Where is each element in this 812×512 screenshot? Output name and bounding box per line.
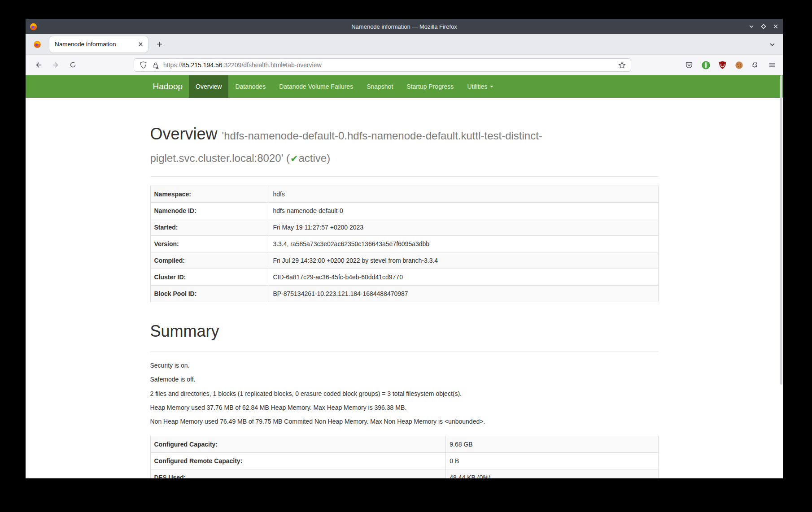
tab-snapshot[interactable]: Snapshot xyxy=(360,75,400,98)
row-value: 0 B xyxy=(446,452,658,469)
tab-close-icon[interactable] xyxy=(136,40,144,48)
row-value: CID-6a817c29-ac36-45fc-b4eb-60dd41cd9770 xyxy=(269,269,658,286)
table-row: Started: Fri May 19 11:27:57 +0200 2023 xyxy=(150,219,658,236)
url-scheme: https:// xyxy=(163,61,182,69)
table-row: Namespace: hdfs xyxy=(150,186,658,203)
tab-datanode-volume-failures[interactable]: Datanode Volume Failures xyxy=(272,75,360,98)
page-viewport: Hadoop Overview Datanodes Datanode Volum… xyxy=(26,75,783,478)
row-label: Namespace: xyxy=(150,186,269,203)
heap-memory-text: Heap Memory used 37.76 MB of 62.84 MB He… xyxy=(150,403,659,412)
pocket-icon[interactable] xyxy=(684,60,694,70)
row-value: 9.68 GB xyxy=(446,436,658,452)
row-label: Version: xyxy=(150,236,269,252)
security-status-text: Security is on. xyxy=(150,361,659,370)
navigation-toolbar: https://85.215.194.56:32209/dfshealth.ht… xyxy=(26,55,783,75)
browser-window: Namenode information — Mozilla Firefox xyxy=(26,19,783,478)
table-row: Configured Capacity: 9.68 GB xyxy=(150,436,658,452)
row-value: 48.44 KB (0%) xyxy=(446,469,658,478)
shield-extension-icon[interactable] xyxy=(700,60,711,70)
minimize-icon[interactable] xyxy=(748,24,754,30)
table-row: Version: 3.3.4, ra585a73c3e02ac62350c136… xyxy=(150,236,658,252)
menu-hamburger-icon[interactable] xyxy=(767,60,777,70)
tab-utilities-dropdown[interactable]: Utilities xyxy=(460,75,500,98)
desktop-background: Namenode information — Mozilla Firefox xyxy=(0,0,812,512)
row-label: Configured Remote Capacity: xyxy=(150,452,446,469)
tab-datanodes[interactable]: Datanodes xyxy=(228,75,272,98)
cookie-icon[interactable] xyxy=(733,60,744,70)
row-label: Cluster ID: xyxy=(150,269,269,286)
row-label: Block Pool ID: xyxy=(150,286,269,302)
row-label: Configured Capacity: xyxy=(150,436,446,452)
bookmark-star-icon[interactable] xyxy=(617,61,626,69)
tab-overview[interactable]: Overview xyxy=(189,75,228,98)
firefox-logo-icon xyxy=(30,23,37,30)
row-value: hdfs-namenode-default-0 xyxy=(269,203,658,219)
row-label: Namenode ID: xyxy=(150,203,269,219)
row-value: Fri Jul 29 14:32:00 +0200 2022 by stevel… xyxy=(269,252,658,269)
row-label: DFS Used: xyxy=(150,469,446,478)
table-row: Configured Remote Capacity: 0 B xyxy=(150,452,658,469)
forward-icon[interactable] xyxy=(49,58,62,72)
table-row: Cluster ID: CID-6a817c29-ac36-45fc-b4eb-… xyxy=(150,269,658,286)
row-value: 3.3.4, ra585a73c3e02ac62350c136643a5e7f6… xyxy=(269,236,658,252)
window-controls xyxy=(748,19,778,34)
table-row: Compiled: Fri Jul 29 14:32:00 +0200 2022… xyxy=(150,252,658,269)
row-value: hdfs xyxy=(269,186,658,203)
reload-icon[interactable] xyxy=(66,58,79,72)
close-window-icon[interactable] xyxy=(773,24,778,30)
row-label: Compiled: xyxy=(150,252,269,269)
overview-heading: Overview 'hdfs-namenode-default-0.hdfs-n… xyxy=(150,123,659,167)
page-content: Overview 'hdfs-namenode-default-0.hdfs-n… xyxy=(150,123,659,478)
toolbar-right-icons xyxy=(684,58,777,72)
check-icon: ✔ xyxy=(290,153,299,164)
lock-warning-icon[interactable] xyxy=(152,61,159,69)
url-domain: 85.215.194.56 xyxy=(182,61,223,69)
divider xyxy=(150,176,659,177)
url-text: https://85.215.194.56:32209/dfshealth.ht… xyxy=(163,61,617,69)
back-icon[interactable] xyxy=(32,58,45,72)
row-value: BP-875134261-10.223.121.184-168448847098… xyxy=(269,286,658,302)
tab-strip: Namenode information xyxy=(26,34,783,55)
ublock-origin-icon[interactable] xyxy=(717,60,728,70)
divider xyxy=(150,351,659,352)
overview-title: Overview xyxy=(150,125,218,143)
table-row: Namenode ID: hdfs-namenode-default-0 xyxy=(150,203,658,219)
namenode-status: active) xyxy=(299,152,331,164)
hadoop-navbar: Hadoop Overview Datanodes Datanode Volum… xyxy=(26,75,783,98)
caret-down-icon xyxy=(490,86,493,87)
hadoop-navbar-inner: Hadoop Overview Datanodes Datanode Volum… xyxy=(150,75,659,98)
row-value: Fri May 19 11:27:57 +0200 2023 xyxy=(269,219,658,236)
tracking-shield-icon[interactable] xyxy=(140,61,147,69)
safemode-status-text: Safemode is off. xyxy=(150,375,659,384)
title-bar: Namenode information — Mozilla Firefox xyxy=(26,19,783,34)
extensions-puzzle-icon[interactable] xyxy=(750,60,761,70)
new-tab-icon[interactable] xyxy=(153,39,165,50)
capacity-table: Configured Capacity: 9.68 GB Configured … xyxy=(150,436,659,478)
url-path: :32209/dfshealth.html#tab-overview xyxy=(223,61,322,69)
utilities-label: Utilities xyxy=(467,75,487,98)
maximize-icon[interactable] xyxy=(760,24,766,30)
summary-paragraphs: Security is on. Safemode is off. 2 files… xyxy=(150,361,659,426)
filesystem-objects-text: 2 files and directories, 1 blocks (1 rep… xyxy=(150,389,659,398)
table-row: Block Pool ID: BP-875134261-10.223.121.1… xyxy=(150,286,658,302)
row-label: Started: xyxy=(150,219,269,236)
firefox-view-icon[interactable] xyxy=(33,40,42,49)
hadoop-brand-link[interactable]: Hadoop xyxy=(150,75,189,98)
non-heap-memory-text: Non Heap Memory used 76.49 MB of 79.75 M… xyxy=(150,417,659,426)
summary-heading: Summary xyxy=(150,320,659,343)
list-all-tabs-chevron-icon[interactable] xyxy=(768,40,777,49)
url-bar[interactable]: https://85.215.194.56:32209/dfshealth.ht… xyxy=(134,58,631,72)
namenode-info-table: Namespace: hdfs Namenode ID: hdfs-nameno… xyxy=(150,186,659,302)
table-row: DFS Used: 48.44 KB (0%) xyxy=(150,469,658,478)
tab-startup-progress[interactable]: Startup Progress xyxy=(400,75,460,98)
browser-tab[interactable]: Namenode information xyxy=(49,36,148,52)
tab-title: Namenode information xyxy=(55,41,127,48)
vertical-scrollbar[interactable] xyxy=(780,75,782,385)
window-title: Namenode information — Mozilla Firefox xyxy=(26,23,783,30)
